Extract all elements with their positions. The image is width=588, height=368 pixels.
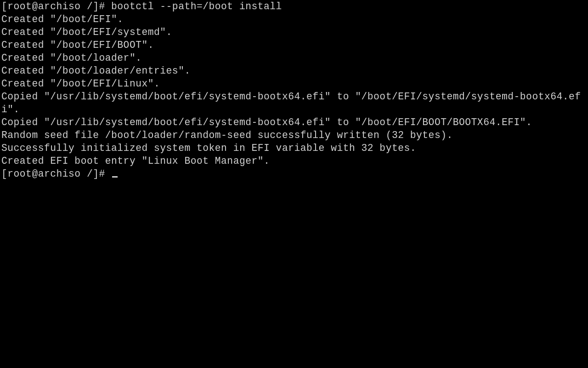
output-line: Created "/boot/loader/entries". xyxy=(1,64,587,77)
output-line: Created "/boot/EFI/Linux". xyxy=(1,77,587,90)
shell-prompt: [root@archiso /]# xyxy=(1,1,111,12)
output-line: Created "/boot/EFI/systemd". xyxy=(1,26,587,39)
output-line: Created "/boot/EFI/BOOT". xyxy=(1,39,587,52)
cursor-icon xyxy=(112,176,118,178)
terminal[interactable]: [root@archiso /]# bootctl --path=/boot i… xyxy=(0,0,588,368)
output-line: Created "/boot/loader". xyxy=(1,52,587,64)
shell-command: bootctl --path=/boot install xyxy=(111,1,282,12)
output-line: Random seed file /boot/loader/random-see… xyxy=(1,129,587,142)
output-line: Successfully initialized system token in… xyxy=(1,142,587,155)
output-line: Created "/boot/EFI". xyxy=(1,13,587,26)
output-line: Copied "/usr/lib/systemd/boot/efi/system… xyxy=(1,90,587,116)
shell-prompt: [root@archiso /]# xyxy=(1,168,111,179)
output-line: Created EFI boot entry "Linux Boot Manag… xyxy=(1,155,587,167)
output-line: Copied "/usr/lib/systemd/boot/efi/system… xyxy=(1,116,587,129)
